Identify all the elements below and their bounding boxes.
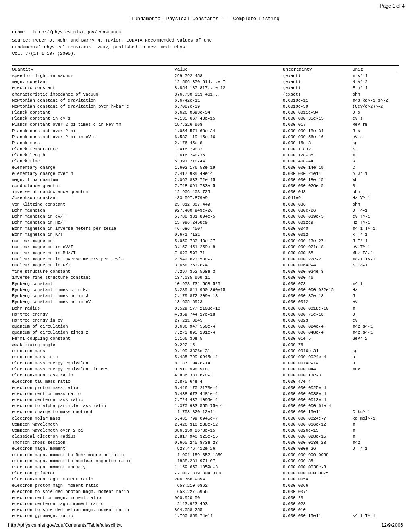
- quantity-cell: electron to shielded proton magn. moment…: [12, 489, 174, 495]
- uncertainty-cell: 0.0010e-11: [283, 98, 353, 103]
- uncertainty-cell: 0.000 0016e-31: [283, 348, 353, 354]
- table-row: electron magn. moment to Bohr magneton r…: [12, 452, 399, 458]
- quantity-cell: Thomson cross section: [12, 440, 174, 445]
- value-cell: 5.050 783 43e-27: [174, 238, 283, 244]
- value-cell: 2.724 437 1095e-4: [174, 397, 283, 403]
- uncertainty-cell: 0.000 16e-8: [283, 140, 353, 146]
- quantity-cell: conductance quantum: [12, 183, 174, 189]
- uncertainty-cell: 0.000 0012: [283, 232, 353, 237]
- source-line: Source: Peter J. Mohr and Barry N. Taylo…: [12, 37, 399, 57]
- value-cell: -658.210 6862: [174, 483, 283, 488]
- footer-date: 12/9/2006: [382, 522, 403, 528]
- uncertainty-cell: 0.000 11e32: [283, 146, 353, 152]
- value-cell: 7.748 091 733e-5: [174, 183, 283, 189]
- unit-cell: eV s: [353, 116, 399, 121]
- table-row: von Klitzing constant25 812.807 4490.000…: [12, 201, 399, 207]
- table-row: speed of light in vacuum299 792 458(exac…: [12, 73, 399, 79]
- value-cell: 27.211 3845: [174, 318, 283, 323]
- quantity-cell: electron-deuteron mass ratio: [12, 397, 174, 403]
- quantity-cell: Planck constant over 2 pi: [12, 128, 174, 134]
- uncertainty-cell: 0.000 0064e-4: [283, 262, 353, 268]
- quantity-cell: speed of light in vacuum: [12, 73, 174, 79]
- unit-cell: MeV fm: [353, 122, 399, 127]
- value-cell: 5.788 381 804e-5: [174, 214, 283, 219]
- quantity-cell: elementary charge over h: [12, 171, 174, 177]
- table-row: electron g factor-2.002 319 304 37180.00…: [12, 470, 399, 476]
- quantity-cell: Bohr magneton: [12, 208, 174, 213]
- quantity-cell: magn. constant: [12, 79, 174, 85]
- unit-cell: MHz T^-1: [353, 250, 399, 256]
- value-cell: 3.152 451 259e-8: [174, 244, 283, 250]
- quantity-cell: nuclear magneton in eV/T: [12, 244, 174, 250]
- data-table: Quantity Value Uncertainty Unit speed of…: [12, 65, 399, 520]
- uncertainty-cell: 0.000 000 15e11: [283, 409, 353, 415]
- unit-cell: m^2 s^-1: [353, 324, 399, 329]
- unit-cell: [353, 476, 399, 482]
- unit-cell: eV T^-1: [353, 244, 399, 250]
- value-cell: -1.758 820 12e11: [174, 409, 283, 415]
- unit-cell: J T^-1: [353, 238, 399, 244]
- value-cell: 2.067 833 72e-15: [174, 177, 283, 183]
- quantity-cell: electron magn. moment to nuclear magneto…: [12, 458, 174, 464]
- table-row: magn. constant12.566 370 614...e-7(exact…: [12, 79, 399, 85]
- unit-cell: J: [353, 293, 399, 299]
- uncertainty-cell: 0.000 000 000 61e-4: [283, 403, 353, 409]
- table-row: electron-deuteron mass ratio2.724 437 10…: [12, 397, 399, 403]
- value-cell: 10 973 731.568 525: [174, 281, 283, 287]
- value-cell: 2.542 623 58e-2: [174, 256, 283, 262]
- table-row: electron mass energy equivalent8.187 104…: [12, 360, 399, 366]
- quantity-cell: Rydberg constant times hc in eV: [12, 299, 174, 305]
- quantity-cell: Bohr radius: [12, 305, 174, 311]
- value-cell: 864.058 255: [174, 507, 283, 513]
- value-cell: 9.109 3826e-31: [174, 348, 283, 354]
- unit-cell: K T^-1: [353, 262, 399, 268]
- table-header: Quantity Value Uncertainty Unit: [12, 65, 399, 73]
- unit-cell: C: [353, 165, 399, 170]
- uncertainty-cell: 0.000 0066: [283, 483, 353, 488]
- uncertainty-cell: 0.000 000 0024e-7: [283, 416, 353, 421]
- value-cell: 927.400 949e-26: [174, 208, 283, 213]
- quantity-cell: Planck constant over 2 pi times c in MeV…: [12, 122, 174, 127]
- table-row: nuclear magneton5.050 783 43e-270.000 00…: [12, 238, 399, 244]
- table-row: electron to shielded proton magn. moment…: [12, 488, 399, 495]
- value-cell: 0.510 998 918: [174, 366, 283, 372]
- title-text: Fundamental Physical Constants --- Compl…: [131, 16, 279, 22]
- quantity-cell: electron magn. moment to Bohr magneton r…: [12, 452, 174, 458]
- quantity-cell: fine-structure constant: [12, 269, 174, 274]
- quantity-cell: electron to alpha particle mass ratio: [12, 403, 174, 409]
- uncertainty-cell: (exact): [283, 79, 353, 85]
- quantity-cell: electron mass: [12, 348, 174, 354]
- uncertainty-cell: 0.000 000 039e-5: [283, 214, 353, 219]
- table-row: Hartree energy4.359 744 17e-180.000 000 …: [12, 311, 399, 317]
- table-row: electron-neutron mass ratio5.438 673 448…: [12, 391, 399, 397]
- quantity-cell: Planck constant over 2 pi in eV s: [12, 134, 174, 140]
- value-cell: 7.297 352 568e-3: [174, 269, 283, 274]
- uncertainty-cell: 0.000 000 0038e-4: [283, 391, 353, 397]
- value-cell: 5.446 170 2173e-4: [174, 385, 283, 391]
- table-row: electron molar mass5.485 799 0945e-70.00…: [12, 415, 399, 421]
- value-cell: 6.6742e-11: [174, 98, 283, 103]
- quantity-cell: nuclear magneton: [12, 238, 174, 244]
- value-cell: 8.854 187 817...e-12: [174, 85, 283, 91]
- table-row: Planck constant over 2 pi in eV s6.582 1…: [12, 134, 399, 140]
- value-cell: 5.485 799 0945e-7: [174, 416, 283, 421]
- uncertainty-cell: 0.000 0012: [283, 299, 353, 305]
- table-row: elementary charge over h2.417 989 40e140…: [12, 170, 399, 177]
- uncertainty-cell: 0.000 000 21e14: [283, 171, 353, 177]
- table-row: Rydberg constant times hc in J2.179 872 …: [12, 293, 399, 299]
- value-cell: 483 597.879e9: [174, 195, 283, 201]
- quantity-cell: Newtonian constant of gravitation over h…: [12, 104, 174, 109]
- quantity-cell: electron charge to mass quotient: [12, 409, 174, 415]
- uncertainty-cell: 0.000 47e-4: [283, 379, 353, 384]
- page-header: Page 1 of 4: [380, 3, 405, 9]
- uncertainty-cell: 0.000 000 028e-15: [283, 434, 353, 439]
- value-cell: 3.658 2637e-4: [174, 262, 283, 268]
- table-row: Bohr magneton927.400 949e-260.000 080e-2…: [12, 207, 399, 213]
- uncertainty-cell: 0.000 080e-26: [283, 208, 353, 213]
- table-row: inverse of conductance quantum12 906.403…: [12, 189, 399, 195]
- value-cell: 1.370 933 555 75e-4: [174, 403, 283, 409]
- uncertainty-cell: 0.000 23: [283, 495, 353, 501]
- table-row: electron-muon mass ratio4.836 331 67e-30…: [12, 372, 399, 378]
- uncertainty-cell: 0.000 000 18e-34: [283, 128, 353, 134]
- value-cell: 197.326 968: [174, 122, 283, 127]
